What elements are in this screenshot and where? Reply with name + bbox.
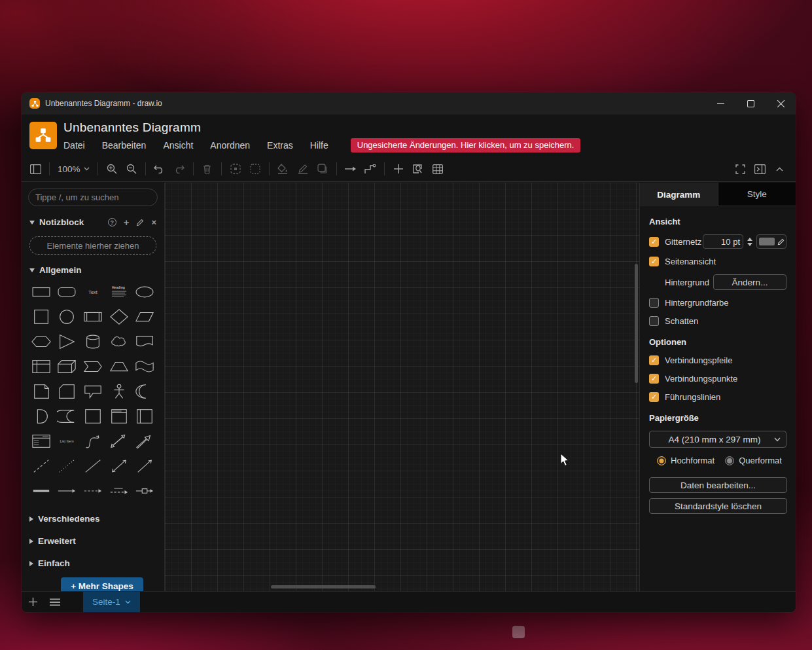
close-notepad-icon[interactable]: × <box>151 217 156 227</box>
pages-menu-icon[interactable] <box>44 592 66 612</box>
fullscreen-icon[interactable] <box>730 160 750 178</box>
hintergrundfarbe-checkbox[interactable] <box>649 298 659 308</box>
search-input[interactable] <box>35 192 150 202</box>
shape-data-storage[interactable] <box>56 407 78 425</box>
shape-callout[interactable] <box>82 382 104 400</box>
shape-search[interactable] <box>28 189 158 206</box>
hochformat-radio[interactable]: Hochformat <box>657 456 715 465</box>
notepad-section-header[interactable]: Notizblock ? + × <box>29 217 156 228</box>
shape-circle[interactable] <box>56 308 78 325</box>
edit-data-button[interactable]: Daten bearbeiten... <box>649 477 787 493</box>
shape-step[interactable] <box>82 357 104 375</box>
shape-ellipse[interactable] <box>133 283 156 300</box>
zoom-dropdown[interactable]: 100% <box>54 164 94 174</box>
verbindungspunkte-checkbox[interactable]: ✓ <box>649 374 659 384</box>
zoom-in-icon[interactable] <box>102 160 122 178</box>
menu-extras[interactable]: Extras <box>267 140 293 151</box>
shape-dashed-line[interactable] <box>30 457 52 475</box>
shape-dotted-line[interactable] <box>56 457 78 475</box>
paper-size-select[interactable]: A4 (210 mm x 297 mm) <box>649 431 786 448</box>
page-tab-seite-1[interactable]: Seite-1 <box>83 592 140 612</box>
freehand-icon[interactable] <box>408 160 428 178</box>
menu-datei[interactable]: Datei <box>63 140 85 151</box>
background-change-button[interactable]: Ändern... <box>713 274 786 290</box>
shape-textbox[interactable]: Heading <box>108 283 130 300</box>
maximize-button[interactable] <box>735 92 766 115</box>
shape-cloud[interactable] <box>108 333 130 350</box>
vertical-scrollbar[interactable] <box>635 264 638 383</box>
canvas-area[interactable]: EhrenKurt <box>165 183 639 591</box>
add-icon[interactable]: + <box>124 217 130 228</box>
shape-vertical-container[interactable] <box>108 407 130 425</box>
shape-diamond[interactable] <box>108 308 130 325</box>
unsaved-changes-banner[interactable]: Ungesicherte Änderungen. Hier klicken, u… <box>351 138 581 153</box>
shape-or[interactable] <box>133 382 156 400</box>
verbindungspfeile-checkbox[interactable]: ✓ <box>649 355 659 365</box>
shape-list[interactable] <box>30 432 52 450</box>
shape-square[interactable] <box>30 308 52 325</box>
shape-bidirectional-connector[interactable] <box>108 457 130 475</box>
drawing-grid[interactable] <box>165 183 639 591</box>
shape-arrow-connector[interactable] <box>56 482 78 499</box>
shape-bidirectional-arrow[interactable] <box>108 432 130 450</box>
menu-anordnen[interactable]: Anordnen <box>210 140 250 151</box>
section-erweitert[interactable]: Erweitert <box>29 536 156 546</box>
shape-rectangle[interactable] <box>30 283 52 300</box>
notepad-dropzone[interactable]: Elemente hierher ziehen <box>29 236 156 255</box>
shape-triangle[interactable] <box>56 333 78 350</box>
copy-icon[interactable] <box>226 160 245 178</box>
fill-color-icon[interactable] <box>274 160 293 178</box>
shape-actor[interactable] <box>108 382 130 400</box>
shape-dashed-arrow-connector[interactable] <box>82 482 104 499</box>
undo-icon[interactable] <box>150 160 169 178</box>
section-allgemein[interactable]: Allgemein <box>29 265 156 275</box>
tab-diagramm[interactable]: Diagramm <box>640 183 718 206</box>
close-button[interactable] <box>766 92 796 115</box>
shape-connector-with-symbol[interactable] <box>133 482 156 499</box>
toggle-shapes-panel-icon[interactable] <box>26 160 45 178</box>
shadow-icon[interactable] <box>313 160 332 178</box>
grid-size-stepper[interactable] <box>747 238 752 246</box>
menu-ansicht[interactable]: Ansicht <box>163 140 193 151</box>
waypoints-icon[interactable] <box>361 160 380 178</box>
clear-default-style-button[interactable]: Standardstyle löschen <box>649 498 787 514</box>
shape-card[interactable] <box>56 382 78 400</box>
shape-tape[interactable] <box>133 357 156 375</box>
minimize-button[interactable] <box>705 92 735 115</box>
shape-link[interactable] <box>30 482 52 499</box>
grid-size-input[interactable]: 10 pt <box>703 234 743 249</box>
horizontal-scrollbar[interactable] <box>271 585 376 588</box>
collapse-toolbar-icon[interactable] <box>769 160 789 178</box>
shape-note[interactable] <box>30 382 52 400</box>
shape-cube[interactable] <box>56 357 78 375</box>
insert-icon[interactable] <box>389 160 408 178</box>
zoom-out-icon[interactable] <box>122 160 141 178</box>
shape-list-item[interactable]: List Item <box>56 432 78 450</box>
fuehrungslinien-checkbox[interactable]: ✓ <box>649 392 659 402</box>
shape-rounded-rectangle[interactable] <box>56 283 78 300</box>
shape-parallelogram[interactable] <box>133 308 156 325</box>
shape-container[interactable] <box>82 407 104 425</box>
delete-icon[interactable] <box>198 160 217 178</box>
shape-horizontal-container[interactable] <box>133 407 156 425</box>
shape-internal-storage[interactable] <box>30 357 52 375</box>
gitternetz-checkbox[interactable]: ✓ <box>649 237 659 247</box>
redo-icon[interactable] <box>169 160 189 178</box>
add-page-button[interactable] <box>22 592 44 612</box>
shape-text[interactable]: Text <box>82 283 104 300</box>
table-icon[interactable] <box>428 160 448 178</box>
shape-labeled-arrow-connector[interactable] <box>108 482 130 499</box>
grid-color-button[interactable] <box>756 234 786 249</box>
section-verschiedenes[interactable]: Verschiedenes <box>29 514 156 524</box>
shape-line[interactable] <box>82 457 104 475</box>
connection-icon[interactable] <box>341 160 361 178</box>
querformat-radio[interactable]: Querformat <box>725 456 782 465</box>
shape-and[interactable] <box>30 407 52 425</box>
shape-process[interactable] <box>82 308 104 325</box>
shape-curve[interactable] <box>82 432 104 450</box>
shape-hexagon[interactable] <box>30 333 52 350</box>
shape-arrow[interactable] <box>133 432 156 450</box>
line-color-icon[interactable] <box>293 160 313 178</box>
shape-trapezoid[interactable] <box>108 357 130 375</box>
section-einfach[interactable]: Einfach <box>29 558 156 568</box>
